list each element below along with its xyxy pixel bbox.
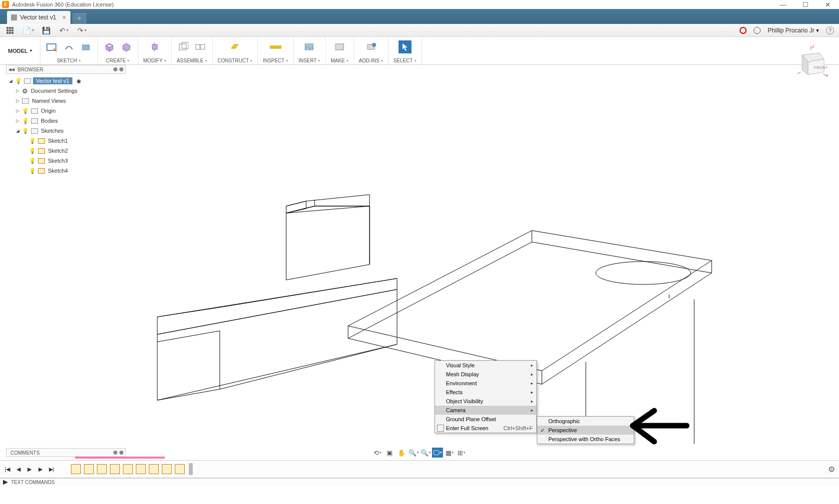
grid-settings-button[interactable]: ▦ bbox=[444, 448, 455, 458]
data-panel-button[interactable] bbox=[4, 25, 16, 35]
menu-environment[interactable]: Environment bbox=[435, 379, 536, 388]
timeline-end-button[interactable]: ▶| bbox=[47, 465, 56, 474]
fit-button[interactable]: 🔍 bbox=[420, 448, 431, 458]
close-tab-icon[interactable]: × bbox=[62, 13, 66, 21]
timeline-back-button[interactable]: ◀ bbox=[14, 465, 23, 474]
file-menu-button[interactable]: 📄 bbox=[22, 25, 34, 35]
svg-rect-5 bbox=[201, 44, 205, 49]
svg-rect-2 bbox=[179, 44, 186, 50]
undo-button[interactable]: ↶ bbox=[58, 25, 70, 35]
redo-button[interactable]: ↷ bbox=[76, 25, 88, 35]
menu-perspective[interactable]: ✓Perspective bbox=[537, 426, 634, 435]
timeline-settings-icon[interactable]: ⚙ bbox=[828, 465, 835, 474]
ribbon-sketch[interactable]: SKETCH bbox=[40, 37, 98, 64]
close-button[interactable]: ✕ bbox=[817, 0, 839, 9]
extrude-icon[interactable] bbox=[120, 40, 133, 53]
plane-icon[interactable] bbox=[228, 40, 241, 53]
expand-icon[interactable] bbox=[3, 480, 8, 485]
rectangle-icon[interactable] bbox=[79, 40, 92, 53]
menu-perspective-ortho[interactable]: Perspective with Ortho Faces bbox=[537, 435, 634, 444]
timeline-feature[interactable] bbox=[162, 464, 172, 474]
zoom-button[interactable]: 🔍 bbox=[408, 448, 419, 458]
timeline: |◀ ◀ ▶ ▶ ▶| ⚙ bbox=[0, 460, 839, 478]
ribbon-modify[interactable]: MODIFY bbox=[138, 37, 172, 64]
ribbon-assemble[interactable]: ASSEMBLE bbox=[172, 37, 213, 64]
select-icon[interactable] bbox=[399, 40, 412, 53]
svg-point-16 bbox=[596, 261, 691, 284]
pan-button[interactable]: ✋ bbox=[396, 448, 407, 458]
timeline-forward-button[interactable]: ▶ bbox=[36, 465, 45, 474]
timeline-marker[interactable] bbox=[189, 463, 193, 475]
timeline-play-button[interactable]: ▶ bbox=[25, 465, 34, 474]
timeline-feature[interactable] bbox=[71, 464, 81, 474]
create-sketch-icon[interactable] bbox=[45, 40, 58, 53]
record-icon[interactable] bbox=[740, 27, 747, 34]
viewport-canvas[interactable] bbox=[0, 65, 839, 444]
checkmark-icon: ✓ bbox=[540, 427, 545, 434]
quick-access-toolbar: 📄 💾 ↶ ↷ bbox=[0, 24, 839, 37]
fullscreen-icon bbox=[437, 425, 444, 432]
menu-camera[interactable]: Camera bbox=[435, 406, 536, 415]
menu-orthographic[interactable]: Orthographic bbox=[537, 417, 634, 426]
user-menu[interactable]: Phillip Procario Jr ▾ bbox=[768, 27, 819, 34]
viewport-button[interactable]: ⊞ bbox=[456, 448, 467, 458]
recovery-indicator-icon: ○ bbox=[52, 13, 55, 19]
svg-line-22 bbox=[797, 72, 801, 74]
timeline-feature[interactable] bbox=[84, 464, 94, 474]
orbit-button[interactable]: ⟲ bbox=[372, 448, 383, 458]
job-status-icon[interactable] bbox=[754, 27, 761, 34]
ribbon-make[interactable]: MAKE bbox=[326, 37, 354, 64]
ribbon-insert[interactable]: INSERT bbox=[294, 37, 326, 64]
timeline-feature[interactable] bbox=[110, 464, 120, 474]
pin-icon[interactable] bbox=[113, 451, 117, 455]
timeline-start-button[interactable]: |◀ bbox=[3, 465, 12, 474]
svg-rect-1 bbox=[82, 45, 89, 50]
comments-header[interactable]: COMMENTS bbox=[6, 448, 126, 457]
ribbon-addins[interactable]: ADD-INS bbox=[354, 37, 389, 64]
insert-decal-icon[interactable] bbox=[303, 40, 316, 53]
display-settings-menu[interactable]: Visual Style Mesh Display Environment Ef… bbox=[434, 360, 537, 433]
timeline-feature[interactable] bbox=[123, 464, 133, 474]
menu-effects[interactable]: Effects bbox=[435, 388, 536, 397]
timeline-feature[interactable] bbox=[175, 464, 185, 474]
ribbon-create[interactable]: CREATE bbox=[98, 37, 138, 64]
maximize-button[interactable]: ☐ bbox=[794, 0, 817, 9]
menu-mesh-display[interactable]: Mesh Display bbox=[435, 370, 536, 379]
display-settings-button[interactable]: 🖵 bbox=[432, 448, 443, 458]
viewcube[interactable]: FRONT Z X bbox=[793, 44, 828, 79]
menu-object-visibility[interactable]: Object Visibility bbox=[435, 397, 536, 406]
help-button[interactable]: ? bbox=[826, 26, 834, 34]
svg-point-15 bbox=[372, 43, 376, 47]
timeline-feature[interactable] bbox=[97, 464, 107, 474]
minimize-button[interactable]: — bbox=[772, 0, 794, 9]
line-icon[interactable] bbox=[62, 40, 75, 53]
addins-icon[interactable] bbox=[365, 40, 378, 53]
new-tab-button[interactable]: ＋ bbox=[72, 13, 86, 24]
document-tab[interactable]: Vector test v1 ○ × bbox=[7, 11, 70, 24]
measure-icon[interactable] bbox=[269, 40, 282, 53]
make-icon[interactable] bbox=[333, 40, 346, 53]
document-icon bbox=[11, 14, 17, 20]
look-at-button[interactable]: ▣ bbox=[384, 448, 395, 458]
save-button[interactable]: 💾 bbox=[40, 25, 52, 35]
text-commands-bar[interactable]: TEXT COMMANDS bbox=[0, 478, 839, 486]
menu-visual-style[interactable]: Visual Style bbox=[435, 361, 536, 370]
menu-full-screen[interactable]: Enter Full Screen Ctrl+Shift+F bbox=[435, 424, 536, 433]
menu-ground-plane-offset[interactable]: Ground Plane Offset bbox=[435, 415, 536, 424]
navigation-bar: ⟲ ▣ ✋ 🔍 🔍 🖵 ▦ ⊞ bbox=[372, 447, 467, 458]
ribbon-construct[interactable]: CONSTRUCT bbox=[213, 37, 258, 64]
ribbon-inspect[interactable]: INSPECT bbox=[258, 37, 293, 64]
titlebar: F Autodesk Fusion 360 (Education License… bbox=[0, 0, 839, 9]
press-pull-icon[interactable] bbox=[148, 40, 161, 53]
ribbon-select[interactable]: SELECT bbox=[389, 37, 422, 64]
camera-submenu[interactable]: Orthographic ✓Perspective Perspective wi… bbox=[537, 416, 634, 444]
timeline-feature[interactable] bbox=[136, 464, 146, 474]
app-title: Autodesk Fusion 360 (Education License) bbox=[12, 1, 114, 7]
tab-label: Vector test v1 bbox=[20, 14, 56, 21]
box-icon[interactable] bbox=[103, 40, 116, 53]
new-component-icon[interactable] bbox=[177, 40, 190, 53]
workspace-switcher[interactable]: MODEL▾ bbox=[0, 37, 40, 64]
ribbon: MODEL▾ SKETCH CREATE MODIFY ASSEMBLE CON… bbox=[0, 37, 839, 65]
timeline-feature[interactable] bbox=[149, 464, 159, 474]
joint-icon[interactable] bbox=[194, 40, 207, 53]
